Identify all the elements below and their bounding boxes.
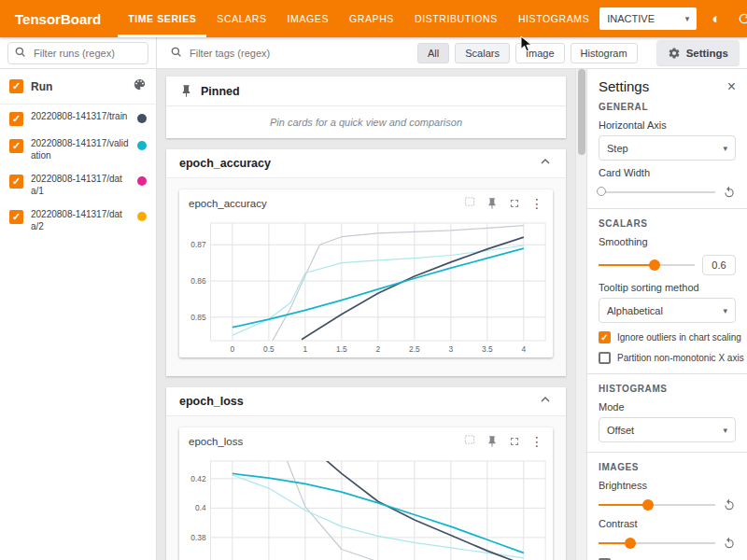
run-item[interactable]: ✓ 20220808-141317/train <box>0 105 156 132</box>
tab-distributions[interactable]: DISTRIBUTIONS <box>404 0 508 37</box>
filter-tags-input[interactable] <box>188 47 406 60</box>
smoothing-label: Smoothing <box>599 236 736 247</box>
svg-text:4: 4 <box>521 344 526 354</box>
section-header[interactable]: epoch_accuracy <box>166 149 566 178</box>
settings-button[interactable]: Settings <box>656 40 740 65</box>
filter-runs-box <box>7 42 148 64</box>
svg-text:2: 2 <box>376 344 381 354</box>
smoothing-value-input[interactable] <box>702 255 736 275</box>
accuracy-line-chart: 00.511.522.533.540.850.860.87 <box>179 217 557 357</box>
svg-text:0.38: 0.38 <box>190 533 206 542</box>
fullscreen-icon[interactable] <box>508 197 521 210</box>
svg-text:3.5: 3.5 <box>482 344 493 354</box>
runs-header-row: ✓ Run <box>0 69 156 105</box>
scrollbar-thumb[interactable] <box>578 69 585 155</box>
section-title: epoch_accuracy <box>179 157 538 170</box>
svg-text:1.5: 1.5 <box>336 344 347 354</box>
run-item[interactable]: ✓ 20220808-141317/data/1 <box>0 167 156 203</box>
tab-time-series[interactable]: TIME SERIES <box>118 0 206 37</box>
chip-scalars[interactable]: Scalars <box>455 43 510 63</box>
main-scrollbar[interactable] <box>575 69 586 560</box>
brightness-label: Brightness <box>599 480 736 491</box>
contrast-slider[interactable] <box>599 537 715 550</box>
tab-histograms[interactable]: HISTOGRAMS <box>508 0 599 37</box>
select-all-runs-checkbox[interactable]: ✓ <box>9 79 23 93</box>
main-content: Pinned Pin cards for a quick view and co… <box>157 69 575 560</box>
collapse-chevron-icon[interactable] <box>538 392 553 411</box>
chevron-down-icon: ▾ <box>685 14 690 23</box>
filter-runs-input[interactable] <box>32 47 142 60</box>
runs-panel: ✓ Run ✓ 20220808-141317/train ✓ 20220808… <box>0 69 157 560</box>
settings-button-label: Settings <box>686 48 728 59</box>
run-checkbox[interactable]: ✓ <box>9 112 23 126</box>
run-checkbox[interactable]: ✓ <box>9 175 23 189</box>
smoothing-slider[interactable] <box>599 259 695 272</box>
run-label: 20220808-141317/data/2 <box>31 208 130 232</box>
chip-histogram[interactable]: Histogram <box>571 43 638 63</box>
section-epoch-loss: epoch_loss epoch_loss ⋮ <box>166 387 566 560</box>
svg-text:0.42: 0.42 <box>190 474 206 483</box>
theme-toggle-icon[interactable]: ◐ <box>708 10 725 27</box>
reset-icon[interactable] <box>723 186 736 199</box>
reset-icon[interactable] <box>723 537 736 550</box>
section-title: epoch_loss <box>179 395 538 408</box>
ignore-outliers-checkbox[interactable]: ✓ <box>599 331 611 343</box>
brightness-slider[interactable] <box>599 498 715 511</box>
dashed-box-icon[interactable] <box>463 195 476 212</box>
pin-icon[interactable] <box>486 197 499 210</box>
run-label: 20220808-141317/train <box>31 110 130 122</box>
runs-header-label: Run <box>31 80 133 93</box>
fullscreen-icon[interactable] <box>508 435 521 448</box>
tooltip-sorting-value: Alphabetical <box>607 305 663 316</box>
tensorboard-app: TensorBoard TIME SERIES SCALARS IMAGES G… <box>0 0 747 560</box>
collapse-chevron-icon[interactable] <box>538 154 553 173</box>
pinned-label: Pinned <box>201 85 240 98</box>
refresh-icon[interactable] <box>736 10 747 27</box>
palette-icon[interactable] <box>133 77 147 95</box>
settings-panel: Settings × GENERAL Horizontal Axis Step … <box>586 69 747 560</box>
chart-title: epoch_accuracy <box>189 198 463 209</box>
tooltip-sorting-select[interactable]: Alphabetical ▾ <box>599 298 736 323</box>
search-icon <box>170 45 182 62</box>
partition-x-axis-checkbox[interactable] <box>599 352 611 364</box>
app-header: TensorBoard TIME SERIES SCALARS IMAGES G… <box>0 0 747 37</box>
card-width-slider[interactable] <box>599 186 715 199</box>
run-item[interactable]: ✓ 20220808-141317/data/2 <box>0 203 156 238</box>
svg-text:3: 3 <box>448 344 453 354</box>
chip-image[interactable]: Image <box>515 43 565 63</box>
histogram-mode-label: Mode <box>599 401 736 413</box>
run-checkbox[interactable]: ✓ <box>9 139 23 153</box>
filter-toolbar: All Scalars Image Histogram Settings <box>0 37 747 69</box>
chip-all[interactable]: All <box>417 43 449 63</box>
histogram-mode-select[interactable]: Offset ▾ <box>599 417 736 442</box>
top-nav: TIME SERIES SCALARS IMAGES GRAPHS DISTRI… <box>118 0 599 37</box>
more-options-icon[interactable]: ⋮ <box>530 197 543 210</box>
chart-title: epoch_loss <box>189 436 463 447</box>
dashed-box-icon[interactable] <box>463 433 476 450</box>
card-width-label: Card Width <box>599 167 736 178</box>
reset-icon[interactable] <box>723 498 736 511</box>
chevron-down-icon: ▾ <box>723 426 727 435</box>
pinned-card: Pinned Pin cards for a quick view and co… <box>166 77 566 138</box>
horizontal-axis-select[interactable]: Step ▾ <box>599 135 736 161</box>
run-label: 20220808-141317/data/1 <box>31 173 130 197</box>
run-item[interactable]: ✓ 20220808-141317/validation <box>0 132 156 167</box>
svg-text:0.87: 0.87 <box>190 240 206 249</box>
run-checkbox[interactable]: ✓ <box>9 210 23 224</box>
settings-title: Settings <box>599 78 649 94</box>
pin-icon <box>179 84 193 98</box>
partition-x-axis-label: Partition non-monotonic X axis <box>617 353 744 363</box>
status-dropdown[interactable]: INACTIVE ▾ <box>599 7 697 30</box>
status-label: INACTIVE <box>607 13 655 24</box>
ignore-outliers-label: Ignore outliers in chart scaling <box>617 332 741 343</box>
pin-icon[interactable] <box>486 435 499 448</box>
more-options-icon[interactable]: ⋮ <box>530 435 543 448</box>
svg-text:1: 1 <box>303 344 308 354</box>
run-color-dot <box>137 114 147 123</box>
section-header[interactable]: epoch_loss <box>166 387 566 416</box>
tab-scalars[interactable]: SCALARS <box>206 0 276 37</box>
loss-line-chart: 00.511.522.533.540.360.380.40.42 <box>179 455 557 560</box>
tab-graphs[interactable]: GRAPHS <box>339 0 404 37</box>
close-icon[interactable]: × <box>727 79 736 94</box>
tab-images[interactable]: IMAGES <box>277 0 339 37</box>
